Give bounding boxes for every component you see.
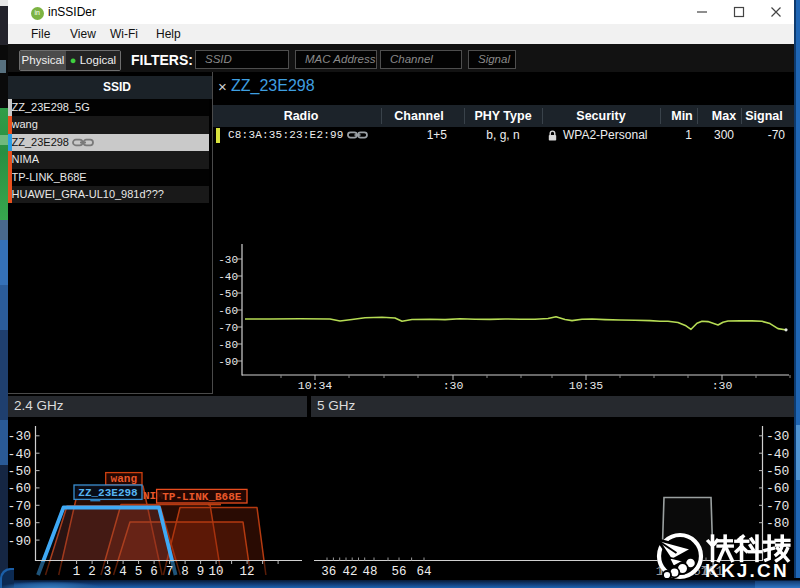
svg-text:KKJ.CN: KKJ.CN xyxy=(705,560,789,581)
